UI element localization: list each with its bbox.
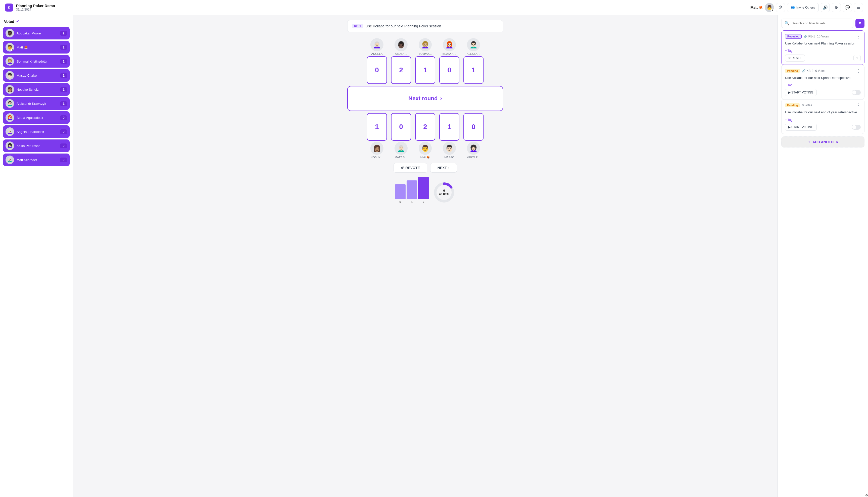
voted-label: Voted xyxy=(4,19,14,24)
sidebar-player-row[interactable]: 👩🏽 Nobuko Scholz 1 xyxy=(3,83,70,96)
sidebar-player-row[interactable]: 👩🏻‍🦰 Beata Ágústsdóttir 0 xyxy=(3,111,70,124)
stats-bar: 0 1 2 0 40.00% xyxy=(395,176,455,204)
top-vote-card: 1 xyxy=(464,56,484,84)
top-player-label: BEATA A… xyxy=(439,52,459,55)
voting-toggle[interactable] xyxy=(852,90,861,95)
search-input[interactable] xyxy=(791,22,850,25)
ticket-card-header: Pending 🔗 KB-2 0 Votes ⋮ xyxy=(785,68,861,74)
player-name: Keiko Pétursson xyxy=(17,144,58,148)
top-player-face: 👩🏼‍🦱 xyxy=(419,38,432,51)
sidebar-player-row[interactable]: 👩🏻‍🦳 Angela Einarsdóttir 0 xyxy=(3,125,70,138)
player-avatar: 👩🏽 xyxy=(5,85,14,94)
chart-bar-label: 1 xyxy=(411,200,413,204)
header-right: Matt 🦊 👨 ⚙ ⏱ 👥 Invite Others 🔊 ⚙ 💬 ☰ xyxy=(750,3,863,12)
add-another-label: ADD ANOTHER xyxy=(812,140,838,144)
player-score: 1 xyxy=(60,73,67,78)
add-another-button[interactable]: ＋ ADD ANOTHER xyxy=(781,137,865,147)
voted-check-icon: ✓ xyxy=(16,19,19,24)
ticket-footer: ↺ RESET 1 xyxy=(785,55,861,61)
revote-icon: ↺ xyxy=(401,166,404,170)
more-options-button[interactable]: ⋮ xyxy=(856,34,861,39)
sidebar-player-row[interactable]: 👨🏿 Abubakar Moore 2 xyxy=(3,27,70,40)
player-avatar: 👨🏻‍🦱 xyxy=(5,99,14,108)
sidebar-player-row[interactable]: 👩🏼‍🦱 Sommai Kristinsdóttir 1 xyxy=(3,55,70,68)
chart-bar xyxy=(395,184,405,199)
ticket-id-badge[interactable]: KB-1 xyxy=(352,24,363,28)
vote-count: 0 Votes xyxy=(802,103,812,107)
top-vote-card: 0 xyxy=(439,56,459,84)
ticket-id: 🔗 KB-1 xyxy=(804,35,815,38)
sidebar-player-row[interactable]: 👨 ⚙ Matt 🦊 2 xyxy=(3,41,70,54)
voting-toggle[interactable] xyxy=(852,125,861,130)
tag-button[interactable]: + Tag xyxy=(785,118,792,122)
status-badge: Revealed xyxy=(785,34,802,39)
bottom-player-face: 👨⚙ xyxy=(419,142,432,155)
sidebar-player-row[interactable]: 👨🏻 Masao Clarke 1 xyxy=(3,69,70,82)
next-round-button[interactable]: Next round › xyxy=(347,86,503,111)
sidebar: Voted ✓ 👨🏿 Abubakar Moore 2 👨 ⚙ Matt 🦊 2… xyxy=(0,15,73,497)
bottom-vote-card: 0 xyxy=(464,113,484,141)
chart-bar-col: 2 xyxy=(418,176,429,204)
sidebar-player-row[interactable]: 👨🏻‍🦱 Aleksandr Krawczyk 1 xyxy=(3,97,70,110)
start-voting-button[interactable]: ▶ START VOTING xyxy=(785,124,817,131)
next-button[interactable]: NEXT › xyxy=(430,163,457,173)
bottom-cards-row: 10210 xyxy=(347,113,503,141)
ticket-card-header: Pending 0 Votes ⋮ xyxy=(785,102,861,108)
top-player-face: 👩🏻‍🦰 xyxy=(443,38,456,51)
vote-count: 0 Votes xyxy=(815,69,825,73)
timer-button[interactable]: ⏱ xyxy=(776,3,785,12)
top-player-label: ANGELA xyxy=(367,52,387,55)
chat-button[interactable]: 💬 xyxy=(843,3,852,12)
player-score: 2 xyxy=(60,45,67,50)
player-score: 0 xyxy=(60,115,67,120)
bottom-vote-card: 0 xyxy=(391,113,411,141)
app-title-block: Planning Poker Demo 31/12/2024 xyxy=(16,3,747,11)
donut-label: 0 40.00% xyxy=(439,189,449,196)
player-name: Angela Einarsdóttir xyxy=(17,130,58,134)
search-row: 🔍 ▼ xyxy=(781,18,865,28)
player-avatar: 👩🏻‍🦰 xyxy=(5,113,14,122)
player-avatar: 👨🏻 xyxy=(5,71,14,80)
bottom-player-face: 👩🏻‍🦱 xyxy=(467,142,480,155)
revote-button[interactable]: ↺ REVOTE xyxy=(394,163,427,173)
tag-button[interactable]: + Tag xyxy=(785,83,792,87)
player-score: 0 xyxy=(60,158,67,162)
ticket-text: Use Kollabe for our next end of year ret… xyxy=(785,110,861,115)
donut-value: 0 xyxy=(439,189,449,193)
top-player-face: 👨🏿 xyxy=(395,38,408,51)
player-avatar: 👩🏻‍🦳 xyxy=(5,127,14,136)
chart-bar-col: 0 xyxy=(395,184,405,204)
next-round-chevron-icon: › xyxy=(440,95,442,102)
sound-button[interactable]: 🔊 xyxy=(821,3,830,12)
top-player-col: 👩🏻‍🦳 ANGELA xyxy=(365,38,389,55)
more-options-button[interactable]: ⋮ xyxy=(856,102,861,108)
more-options-button[interactable]: ⋮ xyxy=(856,68,861,74)
bottom-player-col: 👩🏻‍🦱 KEIKO P… xyxy=(461,142,485,159)
player-score: 1 xyxy=(60,59,67,64)
bottom-player-face: 👩🏽 xyxy=(370,142,384,155)
sidebar-player-row[interactable]: 👨🏻‍🦳 Matt Schröder 0 xyxy=(3,154,70,166)
chart-bar xyxy=(407,181,417,199)
user-avatar[interactable]: 👨 ⚙ xyxy=(765,3,774,12)
donut-percent: 40.00% xyxy=(439,193,449,196)
filter-button[interactable]: ▼ xyxy=(855,19,865,28)
ticket-cards-list: Revealed 🔗 KB-1 10 Votes ⋮ Use Kollabe f… xyxy=(781,30,865,134)
reset-button[interactable]: ↺ RESET xyxy=(785,55,805,61)
settings-button[interactable]: ⚙ xyxy=(832,3,841,12)
app-date: 31/12/2024 xyxy=(16,8,747,11)
player-score: 2 xyxy=(60,31,67,36)
bottom-vote-card: 2 xyxy=(415,113,435,141)
bottom-player-label: MATT S… xyxy=(391,156,411,159)
player-badge-icon: ⚙ xyxy=(11,48,14,52)
start-voting-button[interactable]: ▶ START VOTING xyxy=(785,89,817,96)
player-score: 1 xyxy=(60,87,67,92)
player-name: Matt Schröder xyxy=(17,158,58,162)
tag-button[interactable]: + Tag xyxy=(785,49,792,53)
sidebar-player-row[interactable]: 👩🏻‍🦱 Keiko Pétursson 0 xyxy=(3,140,70,152)
player-avatar: 👨 ⚙ xyxy=(5,43,14,52)
status-badge: Pending xyxy=(785,69,800,73)
player-name: Sommai Kristinsdóttir xyxy=(17,59,58,63)
invite-others-button[interactable]: 👥 Invite Others xyxy=(787,3,819,12)
menu-button[interactable]: ☰ xyxy=(854,3,863,12)
revote-label: REVOTE xyxy=(405,166,420,170)
